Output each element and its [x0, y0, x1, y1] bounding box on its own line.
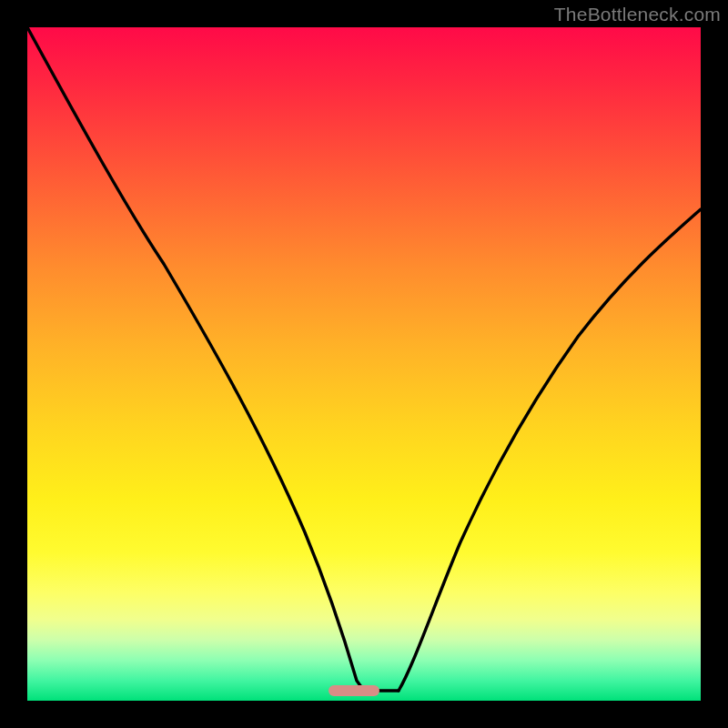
optimal-marker — [329, 685, 379, 696]
watermark-text: TheBottleneck.com — [554, 4, 721, 25]
curve-right-branch — [399, 209, 701, 691]
chart-stage: TheBottleneck.com — [0, 0, 728, 728]
bottleneck-curve — [27, 27, 701, 701]
plot-area — [27, 27, 701, 701]
curve-left-branch — [27, 27, 364, 691]
